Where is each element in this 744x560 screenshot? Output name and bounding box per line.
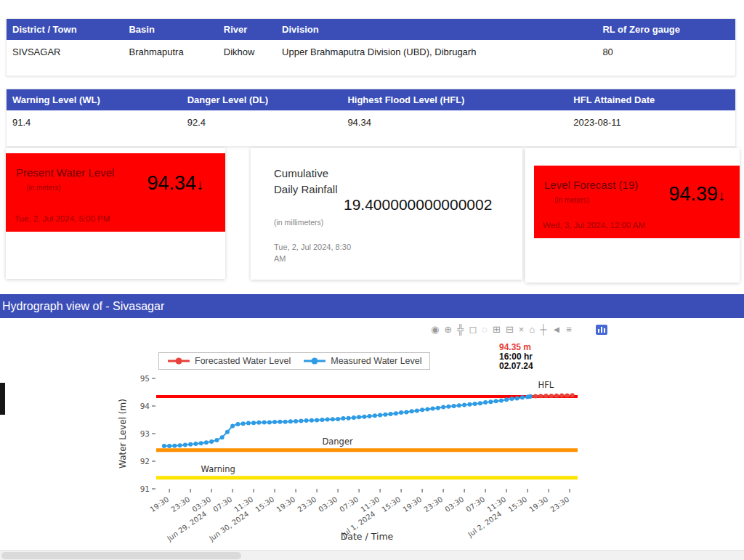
measured-point[interactable] — [431, 406, 435, 410]
measured-point[interactable] — [441, 405, 445, 410]
measured-point[interactable] — [220, 435, 225, 439]
zoom-icon[interactable]: ⊕ — [444, 325, 452, 335]
measured-point[interactable] — [410, 409, 414, 413]
zoom-out-icon[interactable]: ⊟ — [506, 325, 514, 335]
scrollbar-thumb[interactable] — [1, 552, 241, 559]
measured-point[interactable] — [341, 416, 345, 421]
measured-point[interactable] — [415, 409, 419, 413]
measured-point[interactable] — [241, 421, 246, 426]
plotly-logo-icon[interactable] — [596, 325, 607, 335]
box-select-icon[interactable]: ◻ — [469, 325, 477, 335]
toggle-spikelines-icon[interactable]: ┼ — [540, 325, 546, 335]
measured-point[interactable] — [368, 414, 372, 418]
measured-point[interactable] — [425, 407, 429, 412]
measured-point[interactable] — [267, 420, 272, 424]
forecasted-point[interactable] — [549, 394, 554, 398]
horizontal-scrollbar[interactable] — [0, 550, 744, 560]
measured-point[interactable] — [504, 397, 509, 402]
measured-point[interactable] — [272, 420, 277, 424]
measured-point[interactable] — [235, 422, 240, 426]
measured-point[interactable] — [326, 418, 330, 422]
forecasted-point[interactable] — [554, 394, 559, 398]
reset-axes-icon[interactable]: ⌂ — [529, 325, 535, 335]
measured-point[interactable] — [378, 413, 382, 418]
measured-point[interactable] — [488, 399, 493, 404]
measured-point[interactable] — [394, 411, 398, 415]
measured-point[interactable] — [299, 419, 303, 423]
measured-point[interactable] — [178, 443, 182, 447]
measured-point[interactable] — [315, 418, 319, 422]
measured-point[interactable] — [225, 430, 230, 434]
measured-point[interactable] — [162, 444, 166, 448]
measured-point[interactable] — [167, 444, 171, 448]
measured-point[interactable] — [336, 417, 340, 421]
measured-point[interactable] — [515, 396, 519, 400]
measured-point[interactable] — [420, 407, 424, 412]
measured-point[interactable] — [499, 398, 504, 402]
measured-point[interactable] — [520, 395, 525, 399]
measured-point[interactable] — [383, 413, 387, 417]
measured-point[interactable] — [230, 423, 235, 428]
forecasted-point[interactable] — [544, 394, 549, 398]
measured-point[interactable] — [389, 412, 393, 416]
measured-point[interactable] — [246, 421, 251, 426]
measured-point[interactable] — [188, 442, 193, 447]
measured-point[interactable] — [278, 420, 282, 424]
measured-point[interactable] — [357, 415, 361, 419]
measured-point[interactable] — [310, 418, 314, 423]
measured-point[interactable] — [494, 399, 498, 403]
measured-point[interactable] — [483, 400, 488, 405]
measured-point[interactable] — [214, 438, 219, 442]
measured-point[interactable] — [304, 418, 309, 423]
measured-point[interactable] — [331, 417, 335, 421]
table-header-cell: Division — [276, 19, 597, 40]
measured-point[interactable] — [462, 403, 466, 407]
measured-point[interactable] — [452, 404, 456, 408]
measured-point[interactable] — [193, 442, 198, 446]
measured-point[interactable] — [288, 419, 293, 423]
measured-point[interactable] — [457, 403, 461, 407]
compare-data-icon[interactable]: ≡ — [566, 325, 572, 335]
measured-point[interactable] — [373, 413, 377, 418]
measured-point[interactable] — [199, 441, 203, 445]
measured-point[interactable] — [262, 420, 267, 424]
measured-point[interactable] — [294, 419, 298, 423]
measured-point[interactable] — [467, 402, 472, 407]
show-closest-icon[interactable]: ◄ — [551, 325, 561, 335]
measured-point[interactable] — [436, 406, 440, 410]
measured-point[interactable] — [352, 415, 356, 420]
section-title: Hydrograph view of - Sivasagar — [2, 300, 164, 312]
measured-point[interactable] — [320, 418, 324, 422]
forecasted-point[interactable] — [538, 394, 543, 398]
measured-point[interactable] — [404, 410, 408, 414]
autoscale-icon[interactable]: × — [519, 325, 525, 335]
measured-point[interactable] — [204, 440, 209, 445]
measured-point[interactable] — [347, 416, 351, 421]
measured-point[interactable] — [283, 420, 288, 424]
measured-point[interactable] — [183, 443, 187, 447]
forecasted-point[interactable] — [533, 394, 538, 399]
lasso-select-icon[interactable]: ◌ — [482, 325, 488, 335]
measured-point[interactable] — [172, 444, 177, 448]
forecasted-point[interactable] — [559, 394, 564, 398]
measured-point[interactable] — [473, 402, 477, 406]
left-edge-tab[interactable] — [0, 383, 5, 415]
zoom-in-icon[interactable]: ⊞ — [493, 325, 501, 335]
measured-point[interactable] — [399, 410, 403, 415]
measured-point[interactable] — [256, 421, 261, 425]
measured-point[interactable] — [528, 394, 533, 399]
pan-icon[interactable]: ╬ — [457, 325, 464, 335]
legend-item-forecasted[interactable]: Forecasted Water Level — [166, 356, 291, 366]
hydrograph-chart[interactable]: ◉⊕╬◻◌⊞⊟×⌂┼◄≡ Forecasted Water LevelMeasu… — [113, 323, 737, 548]
legend-item-measured[interactable]: Measured Water Level — [302, 356, 421, 366]
measured-point[interactable] — [209, 439, 214, 444]
measured-point[interactable] — [446, 405, 450, 409]
card-unit: (in meters) — [554, 196, 589, 204]
forecasted-point[interactable] — [565, 393, 570, 397]
measured-point[interactable] — [251, 421, 256, 425]
measured-point[interactable] — [478, 401, 482, 405]
measured-point[interactable] — [509, 397, 514, 401]
forecasted-point[interactable] — [570, 393, 575, 397]
measured-point[interactable] — [362, 415, 366, 419]
camera-icon[interactable]: ◉ — [431, 325, 439, 335]
